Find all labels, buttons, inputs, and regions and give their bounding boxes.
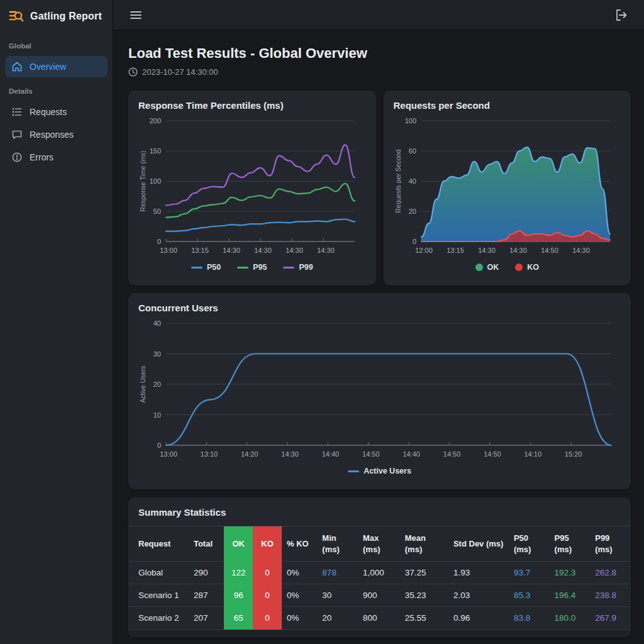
response-times-series-p95 [166, 184, 355, 218]
legend-swatch [475, 264, 483, 271]
sidebar-nav: GlobalOverviewDetailsRequestsResponsesEr… [0, 33, 113, 169]
summary-cell: 93.7 [509, 562, 550, 584]
legend-label: Active Users [364, 467, 411, 475]
response-times-legend: P50P95P99 [138, 263, 366, 272]
concurrent-users-legend: Active Users [138, 467, 621, 475]
svg-text:10: 10 [153, 411, 161, 419]
summary-cell: 0% [282, 562, 317, 584]
summary-cell: 207 [189, 607, 224, 630]
concurrent-users-card: Concurrent Users 010203040Active Users13… [128, 293, 631, 489]
legend-label: KO [527, 263, 539, 272]
summary-statistics-card: Summary Statistics RequestTotalOKKO% KOM… [128, 497, 631, 638]
legend-item-ko: KO [515, 263, 539, 272]
sidebar-item-label: Overview [30, 62, 66, 72]
legend-swatch [191, 267, 203, 269]
sidebar-item-responses[interactable]: Responses [5, 124, 108, 145]
sidebar-item-requests[interactable]: Requests [5, 101, 108, 123]
response-times-card: Response Time Percentiles (ms) 050100150… [128, 91, 376, 286]
summary-cell: 800 [358, 607, 400, 630]
svg-text:20: 20 [153, 380, 161, 388]
svg-text:60: 60 [408, 147, 416, 155]
svg-text:200: 200 [150, 117, 161, 125]
svg-text:13:00: 13:00 [160, 450, 177, 458]
summary-cell: 1.93 [448, 562, 509, 584]
summary-cell: 85.3 [509, 584, 550, 607]
summary-cell: 192.3 [550, 562, 591, 584]
summary-title: Summary Statistics [128, 497, 631, 526]
requests-per-second-chart-area: 0204060100Requests per Second12:0013:151… [394, 114, 621, 272]
summary-cell: 1,000 [358, 562, 400, 584]
summary-col-request: Request [128, 526, 189, 562]
svg-text:30: 30 [153, 350, 161, 358]
requests-per-second-card: Requests per Second 0204060100Requests p… [384, 91, 631, 286]
hamburger-icon[interactable] [127, 6, 145, 24]
svg-text:14:30: 14:30 [317, 247, 335, 254]
summary-col--ko: % KO [282, 526, 317, 562]
summary-cell: 238.8 [590, 584, 631, 607]
legend-swatch [283, 267, 294, 269]
svg-text:13:10: 13:10 [201, 450, 218, 458]
legend-item-p95: P95 [237, 263, 267, 272]
svg-text:40: 40 [408, 177, 416, 185]
svg-text:0: 0 [157, 238, 161, 245]
home-icon [11, 61, 23, 72]
sidebar-item-overview[interactable]: Overview [5, 56, 108, 77]
svg-text:14:50: 14:50 [484, 450, 501, 458]
response-times-chart-area: 050100150200Response Time (ms)13:0013:15… [138, 114, 366, 272]
nav-section-label-details: Details [0, 79, 113, 100]
svg-text:Active Users: Active Users [139, 366, 147, 403]
concurrent-users-chart-area: 010203040Active Users13:0013:1014:2014:3… [138, 317, 621, 475]
gatling-logo-icon [8, 8, 25, 25]
svg-text:15:20: 15:20 [565, 450, 582, 458]
svg-text:14:30: 14:30 [254, 247, 272, 254]
svg-text:0: 0 [157, 441, 161, 449]
summary-cell: 0% [282, 584, 317, 607]
svg-text:14:50: 14:50 [443, 450, 461, 458]
main-content: Load Test Results - Global Overview 2023… [113, 30, 644, 644]
svg-text:12:00: 12:00 [415, 247, 433, 254]
svg-text:40: 40 [153, 319, 161, 327]
svg-text:14:10: 14:10 [525, 450, 542, 458]
requests-per-second-chart-svg: 0204060100Requests per Second12:0013:151… [394, 114, 619, 258]
summary-cell: Scenario 2 [128, 607, 189, 630]
summary-cell: 196.4 [550, 584, 591, 607]
svg-text:13:15: 13:15 [191, 247, 209, 254]
nav-section-label-global: Global [0, 33, 113, 55]
svg-text:Requests per Second: Requests per Second [394, 149, 402, 213]
summary-cell: 0.96 [448, 607, 509, 630]
svg-text:14:30: 14:30 [223, 247, 240, 254]
svg-text:14:40: 14:40 [322, 450, 340, 458]
svg-text:14:30: 14:30 [286, 247, 303, 254]
legend-item-p99: P99 [283, 263, 313, 272]
svg-text:13:15: 13:15 [447, 247, 464, 254]
svg-text:100: 100 [404, 117, 416, 125]
summary-cell: 0 [253, 607, 282, 630]
summary-row-scenario-1: Scenario 12879600%3090035.232.0385.3196.… [128, 584, 631, 607]
summary-cell: 262.8 [590, 562, 631, 584]
summary-cell: 290 [189, 562, 224, 584]
response-times-series-p50 [166, 219, 355, 231]
error-icon [11, 152, 23, 163]
app-title: Gatling Report [30, 11, 102, 22]
logout-icon[interactable] [613, 6, 630, 24]
chart-title-concurrent-users: Concurrent Users [138, 303, 621, 313]
summary-cell: 96 [224, 584, 253, 607]
svg-text:14:30: 14:30 [478, 247, 496, 254]
sidebar-item-label: Requests [30, 107, 67, 117]
svg-text:50: 50 [153, 208, 161, 215]
svg-text:14:30: 14:30 [509, 247, 527, 254]
summary-cell: 122 [224, 562, 253, 584]
concurrent-users-series-active-users [166, 354, 611, 446]
sidebar-item-errors[interactable]: Errors [5, 147, 108, 168]
test-timestamp: 2023-10-27 14:30:00 [142, 67, 218, 77]
clock-icon [128, 67, 138, 77]
summary-cell: 20 [317, 607, 358, 630]
summary-cell: 878 [317, 562, 358, 584]
summary-cell: 900 [358, 584, 400, 607]
svg-text:0: 0 [412, 238, 416, 245]
legend-label: P95 [253, 263, 267, 272]
app-logo: Gatling Report [0, 0, 113, 33]
svg-text:13:00: 13:00 [160, 247, 177, 254]
summary-cell: 83.8 [509, 607, 550, 630]
summary-cell: Scenario 1 [128, 584, 189, 607]
